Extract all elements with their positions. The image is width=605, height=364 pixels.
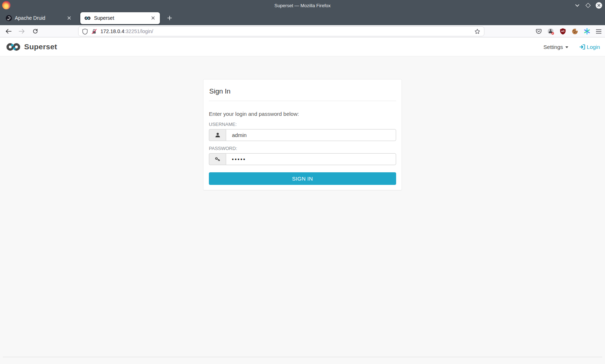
superset-logo[interactable]: Superset	[5, 42, 57, 51]
user-icon	[209, 129, 226, 141]
close-window-icon[interactable]	[596, 2, 602, 9]
superset-favicon-icon	[84, 16, 91, 20]
sign-in-title: Sign In	[209, 84, 396, 101]
new-tab-button[interactable]	[164, 13, 175, 23]
tab-superset[interactable]: Superset	[80, 12, 160, 24]
asterisk-extension-icon[interactable]	[584, 28, 590, 35]
browser-toolbar: 172.18.0.4:32251/login/ uO	[0, 25, 605, 37]
password-label: PASSWORD:	[209, 146, 396, 151]
maximize-icon[interactable]	[585, 2, 591, 9]
svg-text:uO: uO	[561, 29, 565, 32]
cookie-extension-icon[interactable]	[572, 28, 578, 35]
login-link[interactable]: Login	[579, 44, 600, 50]
tab-label: Apache Druid	[15, 15, 63, 21]
ublock-origin-icon[interactable]: uO	[560, 28, 566, 35]
tracking-protection-shield-icon[interactable]	[82, 28, 88, 35]
page-content: Sign In Enter your login and password be…	[0, 56, 605, 364]
url-host: 172.18.0.4	[100, 28, 124, 34]
key-icon	[209, 153, 226, 165]
caret-down-icon	[565, 46, 568, 48]
forward-icon[interactable]	[16, 26, 27, 36]
insecure-lock-icon[interactable]	[91, 28, 97, 35]
window-titlebar: Superset — Mozilla Firefox	[0, 0, 605, 11]
minimize-icon[interactable]	[574, 2, 581, 9]
tab-label: Superset	[94, 15, 147, 21]
sign-in-card: Sign In Enter your login and password be…	[203, 79, 402, 190]
sign-in-icon	[579, 44, 585, 50]
superset-navbar: Superset Settings Login	[0, 37, 605, 56]
pocket-icon[interactable]	[535, 28, 542, 35]
url-path: :32251/login/	[124, 28, 153, 34]
superset-infinity-icon	[5, 42, 22, 51]
tab-strip: Apache Druid Superset	[0, 11, 605, 25]
settings-label: Settings	[543, 44, 563, 50]
toolbar-extensions: uO	[535, 25, 602, 37]
back-icon[interactable]	[3, 26, 14, 36]
url-bar[interactable]: 172.18.0.4:32251/login/	[78, 26, 484, 36]
nav-buttons	[0, 26, 41, 36]
password-group	[209, 153, 396, 165]
settings-menu[interactable]: Settings	[543, 44, 568, 50]
password-input[interactable]	[226, 153, 396, 165]
sign-in-button[interactable]: SIGN IN	[209, 172, 396, 185]
privacy-extension-icon[interactable]	[547, 28, 554, 35]
brand-name: Superset	[24, 42, 57, 51]
url-text: 172.18.0.4:32251/login/	[100, 28, 153, 34]
tab-close-icon[interactable]	[66, 15, 72, 21]
tab-close-icon[interactable]	[150, 15, 156, 21]
navbar-right: Settings Login	[543, 44, 600, 50]
window-title: Superset — Mozilla Firefox	[274, 3, 331, 8]
firefox-logo-icon	[2, 1, 10, 9]
menu-icon[interactable]	[596, 29, 602, 34]
footer-divider	[3, 357, 602, 357]
username-label: USERNAME:	[209, 122, 396, 127]
login-label: Login	[587, 44, 600, 50]
sign-in-instruction: Enter your login and password below:	[209, 111, 396, 117]
bookmark-star-icon[interactable]	[474, 28, 480, 35]
username-group	[209, 129, 396, 141]
window-controls	[574, 0, 602, 11]
druid-favicon-icon	[6, 15, 12, 21]
tab-apache-druid[interactable]: Apache Druid	[2, 12, 76, 24]
username-input[interactable]	[226, 129, 396, 141]
reload-icon[interactable]	[30, 26, 41, 36]
